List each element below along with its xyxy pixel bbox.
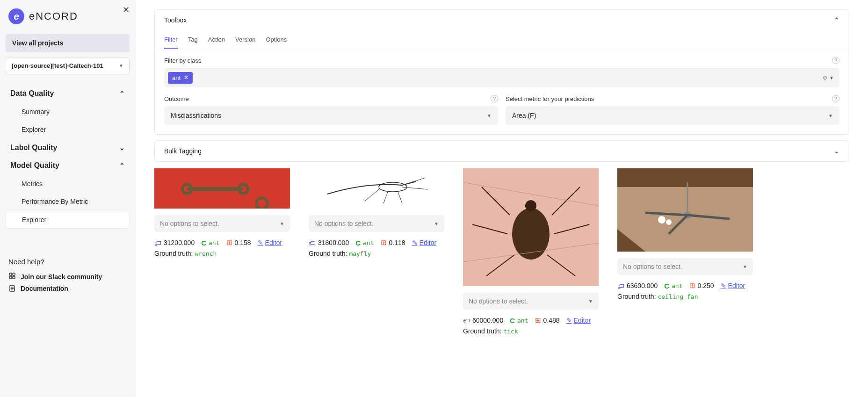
tag-icon: 🏷 bbox=[309, 239, 316, 247]
card-tag-select[interactable]: No options to select. ▼ bbox=[309, 215, 444, 232]
tab-filter[interactable]: Filter bbox=[164, 36, 178, 49]
svg-point-38 bbox=[658, 216, 665, 224]
remove-chip-icon[interactable]: ✕ bbox=[184, 74, 188, 81]
result-card: No options to select. ▼ 🏷31800.000 Cant … bbox=[309, 168, 444, 257]
editor-link[interactable]: ✎Editor bbox=[566, 317, 591, 324]
chevron-down-icon: ⌄ bbox=[834, 147, 839, 155]
close-sidebar-icon[interactable]: ✕ bbox=[123, 5, 130, 15]
svg-rect-2 bbox=[9, 276, 12, 279]
caret-down-icon: ▼ bbox=[434, 221, 439, 226]
editor-link[interactable]: ✎Editor bbox=[721, 282, 745, 289]
help-icon[interactable]: ? bbox=[491, 95, 498, 102]
project-name: [open-source][test]-Caltech-101 bbox=[12, 62, 103, 69]
help-icon[interactable]: ? bbox=[832, 95, 839, 102]
caret-down-icon: ▼ bbox=[119, 63, 123, 68]
tag-icon: 🏷 bbox=[617, 282, 624, 290]
chevron-down-icon: ⌄ bbox=[119, 144, 125, 152]
logo: e eNCORD bbox=[6, 5, 130, 34]
card-tag-select[interactable]: No options to select. ▼ bbox=[463, 293, 599, 310]
thumbnail[interactable] bbox=[463, 168, 599, 286]
pencil-icon: ✎ bbox=[721, 282, 726, 289]
caret-down-icon: ▼ bbox=[588, 299, 593, 304]
main-content: Toolbox ⌃ Filter Tag Action Version Opti… bbox=[136, 0, 868, 397]
filter-class-input[interactable]: ant ✕ ⊘ ▼ bbox=[164, 68, 839, 87]
chip-icon: ⊞ bbox=[226, 238, 232, 247]
chevron-up-icon: ⌃ bbox=[119, 162, 125, 169]
help-link-slack[interactable]: Join our Slack community bbox=[8, 270, 127, 283]
outcome-label: Outcome bbox=[164, 95, 189, 102]
toolbox-title: Toolbox bbox=[164, 16, 187, 24]
caret-down-icon: ▼ bbox=[829, 75, 834, 80]
sidebar: ✕ e eNCORD View all projects [open-sourc… bbox=[0, 0, 136, 397]
caret-down-icon: ▼ bbox=[743, 264, 747, 269]
svg-rect-1 bbox=[13, 273, 15, 275]
tag-icon: 🏷 bbox=[154, 239, 161, 247]
bulk-tagging-toggle[interactable]: Bulk Tagging ⌄ bbox=[155, 141, 849, 161]
svg-rect-32 bbox=[617, 168, 753, 187]
result-card: No options to select. ▼ 🏷31200.000 Cant … bbox=[154, 168, 290, 257]
nav-item-performance-by-metric[interactable]: Performance By Metric bbox=[6, 193, 130, 210]
chevron-up-icon: ⌃ bbox=[119, 90, 125, 97]
nav-group-data-quality[interactable]: Data Quality ⌃ bbox=[6, 85, 130, 102]
outcome-select[interactable]: Misclassifications ▼ bbox=[164, 106, 498, 125]
chip-icon: ⊞ bbox=[535, 316, 541, 325]
collapse-toolbox-icon[interactable]: ⌃ bbox=[834, 16, 839, 24]
svg-rect-3 bbox=[13, 276, 15, 279]
editor-link[interactable]: ✎Editor bbox=[258, 239, 282, 246]
nav-item-summary[interactable]: Summary bbox=[6, 103, 130, 120]
chip-icon: ⊞ bbox=[689, 282, 695, 290]
metric-select[interactable]: Area (F) ▼ bbox=[506, 106, 839, 125]
bulk-tagging-panel: Bulk Tagging ⌄ bbox=[154, 140, 849, 162]
pencil-icon: ✎ bbox=[258, 239, 263, 246]
filter-by-class-label: Filter by class bbox=[164, 57, 201, 64]
clear-all-chips[interactable]: ⊘ ▼ bbox=[823, 74, 834, 81]
nav-group-model-quality[interactable]: Model Quality ⌃ bbox=[6, 157, 130, 174]
tab-version[interactable]: Version bbox=[235, 36, 255, 49]
pencil-icon: ✎ bbox=[566, 317, 572, 324]
result-card: No options to select. ▼ 🏷63600.000 Cant … bbox=[617, 168, 753, 300]
filter-chip-ant[interactable]: ant ✕ bbox=[168, 72, 193, 84]
nav-item-explorer-mq[interactable]: Explorer bbox=[6, 211, 130, 229]
nav: Data Quality ⌃ Summary Explorer Label Qu… bbox=[6, 85, 130, 230]
thumbnail[interactable] bbox=[154, 168, 290, 209]
class-icon: C bbox=[510, 317, 515, 325]
help-link-docs[interactable]: Documentation bbox=[8, 283, 127, 294]
svg-rect-0 bbox=[9, 273, 12, 275]
tab-options[interactable]: Options bbox=[266, 36, 287, 49]
class-icon: C bbox=[201, 239, 206, 247]
tag-icon: 🏷 bbox=[463, 317, 470, 325]
view-all-projects-button[interactable]: View all projects bbox=[6, 34, 130, 52]
nav-item-explorer-dq[interactable]: Explorer bbox=[6, 121, 130, 138]
tab-tag[interactable]: Tag bbox=[188, 36, 198, 49]
svg-point-39 bbox=[666, 219, 672, 225]
thumbnail[interactable] bbox=[309, 168, 444, 209]
svg-point-21 bbox=[512, 208, 550, 260]
nav-item-metrics[interactable]: Metrics bbox=[6, 175, 130, 192]
class-icon: C bbox=[355, 239, 361, 247]
card-tag-select[interactable]: No options to select. ▼ bbox=[154, 215, 290, 232]
toolbox-panel: Toolbox ⌃ Filter Tag Action Version Opti… bbox=[154, 9, 849, 135]
svg-rect-13 bbox=[309, 168, 444, 209]
nav-group-label-quality[interactable]: Label Quality ⌄ bbox=[6, 139, 130, 157]
caret-down-icon: ▼ bbox=[828, 113, 833, 118]
metric-label: Select metric for your predictions bbox=[506, 95, 594, 102]
caret-down-icon: ▼ bbox=[487, 113, 492, 118]
document-icon bbox=[8, 285, 16, 292]
slack-icon bbox=[8, 272, 16, 281]
result-card: No options to select. ▼ 🏷60000.000 Cant … bbox=[463, 168, 599, 335]
help-title: Need help? bbox=[8, 258, 127, 266]
tab-action[interactable]: Action bbox=[208, 36, 225, 49]
editor-link[interactable]: ✎Editor bbox=[412, 239, 437, 246]
results-grid: No options to select. ▼ 🏷31200.000 Cant … bbox=[154, 168, 849, 335]
svg-point-22 bbox=[525, 200, 536, 211]
logo-text: eNCORD bbox=[29, 10, 78, 22]
project-select[interactable]: [open-source][test]-Caltech-101 ▼ bbox=[6, 57, 130, 74]
clear-icon: ⊘ bbox=[823, 74, 827, 81]
pencil-icon: ✎ bbox=[412, 239, 418, 246]
toolbox-tabs: Filter Tag Action Version Options bbox=[155, 30, 849, 49]
help-section: Need help? Join our Slack community Docu… bbox=[6, 258, 130, 303]
svg-rect-9 bbox=[187, 187, 243, 191]
thumbnail[interactable] bbox=[617, 168, 753, 252]
help-icon[interactable]: ? bbox=[832, 57, 839, 64]
card-tag-select[interactable]: No options to select. ▼ bbox=[617, 258, 753, 275]
